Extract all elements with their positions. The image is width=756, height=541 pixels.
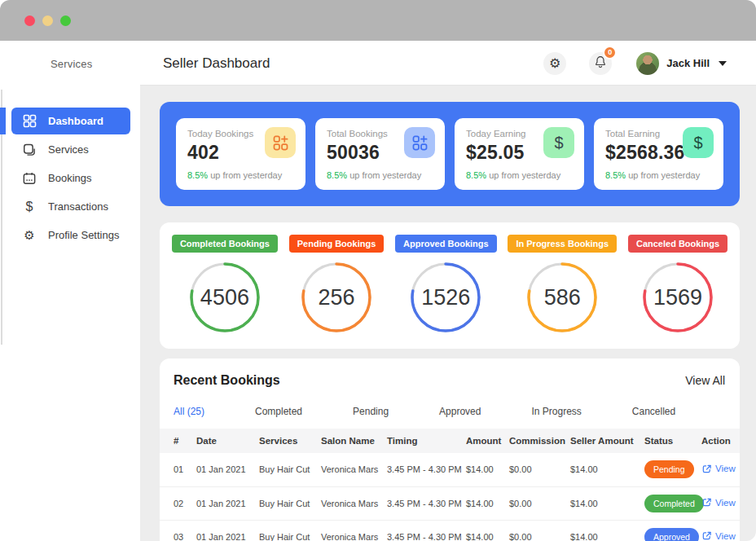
ring-label-badge: Canceled Bookings — [628, 235, 727, 253]
traffic-light-dot[interactable] — [60, 15, 71, 26]
booking-ring: In Progress Bookings 586 — [508, 235, 617, 335]
brand-label: Services — [51, 57, 92, 69]
table-row: 01 01 Jan 2021 Buy Hair Cut Veronica Mar… — [160, 453, 740, 486]
cell-timing: 3.45 PM - 4.30 PM — [387, 486, 466, 520]
cell-date: 01 Jan 2021 — [196, 486, 259, 520]
sidebar-item[interactable]: Dashboard — [11, 108, 130, 134]
stat-card: Today Earning $ $25.05 8.5% up from yest… — [455, 118, 584, 190]
traffic-light-dot[interactable] — [42, 15, 53, 26]
sidebar-item-icon — [21, 113, 37, 129]
booking-rings-panel: Completed Bookings 4506 Pending Bookings — [160, 222, 740, 349]
ring-value: 4506 — [187, 260, 262, 335]
stat-delta: 8.5% up from yesterday — [605, 170, 712, 180]
cell-timing: 3.45 PM - 4.30 PM — [387, 520, 466, 541]
stat-delta: 8.5% up from yesterday — [327, 170, 433, 180]
column-header: Amount — [466, 429, 509, 453]
ring-label-badge: Approved Bookings — [395, 235, 497, 253]
external-link-icon — [701, 464, 712, 474]
sidebar-item[interactable]: ⚙ Profile Settings — [11, 222, 130, 249]
header-divider — [140, 85, 756, 86]
sidebar-item[interactable]: Services — [11, 136, 130, 163]
ring-chart: 1526 — [408, 260, 483, 335]
cell-num: 02 — [160, 486, 196, 520]
ring-label-badge: Completed Bookings — [172, 235, 278, 253]
cell-seller-amount: $14.00 — [570, 453, 644, 486]
filter-tab[interactable]: Cancelled — [632, 406, 675, 417]
view-link[interactable]: View — [701, 497, 736, 508]
recent-bookings-panel: Recent Bookings View All All (25) Comple… — [160, 358, 740, 541]
ring-value: 256 — [299, 260, 374, 335]
cell-seller-amount: $14.00 — [570, 486, 644, 520]
column-header: Status — [644, 429, 701, 453]
external-link-icon — [701, 497, 712, 508]
external-link-icon — [701, 530, 712, 541]
filter-tab[interactable]: In Progress — [531, 406, 581, 417]
booking-filter-tabs: All (25) Completed Pending Approved In P… — [160, 406, 740, 417]
sidebar-item-label: Transactions — [48, 200, 108, 213]
notifications-button[interactable]: 0 — [589, 52, 612, 75]
ring-chart: 1569 — [640, 260, 715, 335]
ring-chart: 256 — [299, 260, 374, 335]
traffic-light-dot[interactable] — [24, 15, 35, 26]
booking-ring: Completed Bookings 4506 — [172, 235, 278, 335]
sidebar-item-icon — [21, 143, 37, 157]
view-all-link[interactable]: View All — [685, 374, 725, 387]
ring-label-badge: Pending Bookings — [289, 235, 385, 253]
filter-tab[interactable]: Pending — [353, 406, 389, 417]
cell-salon: Veronica Mars — [321, 520, 387, 541]
filter-tab[interactable]: Approved — [439, 406, 481, 417]
window-titlebar — [0, 0, 756, 41]
sidebar-item-label: Dashboard — [48, 115, 103, 127]
settings-button[interactable]: ⚙ — [543, 52, 566, 75]
bookings-table: # Date Services Salon Name Timing Amount — [160, 429, 740, 541]
stat-card: Total Bookings 50036 8.5% up from yester… — [315, 118, 445, 190]
gear-icon: ⚙ — [549, 57, 560, 70]
app-header: Services Seller Dashboard ⚙ 0 Jack Hill — [0, 41, 756, 86]
sidebar: Dashboard Services Bookings $ Transactio… — [0, 86, 140, 541]
stat-card: Total Earning $ $2568.36 8.5% up from ye… — [594, 118, 723, 190]
table-header-row: # Date Services Salon Name Timing Amount — [160, 429, 740, 453]
cell-salon: Veronica Mars — [321, 486, 387, 520]
cell-commission: $0.00 — [509, 453, 570, 486]
header-actions: ⚙ 0 Jack Hill — [543, 41, 727, 86]
ring-value: 1526 — [408, 260, 483, 335]
sidebar-item-label: Profile Settings — [48, 229, 119, 241]
view-link[interactable]: View — [701, 530, 736, 541]
sidebar-item[interactable]: $ Transactions — [11, 193, 130, 220]
stat-card: Today Bookings 402 8.5% up from yesterda… — [176, 118, 305, 190]
avatar[interactable] — [636, 52, 659, 75]
cell-commission: $0.00 — [509, 520, 570, 541]
cell-timing: 3.45 PM - 4.30 PM — [387, 453, 466, 486]
ring-value: 1569 — [640, 260, 715, 335]
sidebar-item-label: Bookings — [48, 172, 91, 184]
cell-num: 03 — [160, 520, 196, 541]
sidebar-item[interactable]: Bookings — [11, 165, 130, 191]
stat-delta: 8.5% up from yesterday — [187, 170, 294, 180]
cell-date: 01 Jan 2021 — [196, 520, 259, 541]
stat-icon — [265, 127, 296, 158]
stats-banner: Today Bookings 402 8.5% up from yesterda… — [160, 102, 740, 206]
column-header: Action — [701, 429, 740, 453]
user-menu[interactable]: Jack Hill — [636, 52, 727, 75]
stat-delta: 8.5% up from yesterday — [466, 170, 573, 180]
column-header: Timing — [387, 429, 466, 453]
panel-title: Recent Bookings — [174, 373, 280, 388]
ring-label-badge: In Progress Bookings — [508, 235, 617, 253]
filter-tab[interactable]: Completed — [255, 406, 302, 417]
status-badge: Approved — [644, 528, 699, 541]
column-header: Date — [196, 429, 259, 453]
view-link[interactable]: View — [701, 464, 736, 474]
app-body: Dashboard Services Bookings $ Transactio… — [0, 86, 756, 541]
main-content: Today Bookings 402 8.5% up from yesterda… — [140, 86, 756, 541]
cell-date: 01 Jan 2021 — [196, 453, 259, 486]
filter-tab[interactable]: All (25) — [174, 406, 204, 417]
status-badge: Completed — [644, 495, 704, 512]
cell-amount: $14.00 — [466, 486, 509, 520]
column-header: Salon Name — [321, 429, 387, 453]
app-window: Services Seller Dashboard ⚙ 0 Jack Hill … — [0, 0, 756, 541]
sidebar-item-icon: ⚙ — [21, 229, 37, 241]
column-header: Services — [259, 429, 321, 453]
cell-service: Buy Hair Cut — [259, 453, 321, 486]
chevron-down-icon — [719, 61, 727, 66]
user-name: Jack Hill — [666, 57, 710, 69]
